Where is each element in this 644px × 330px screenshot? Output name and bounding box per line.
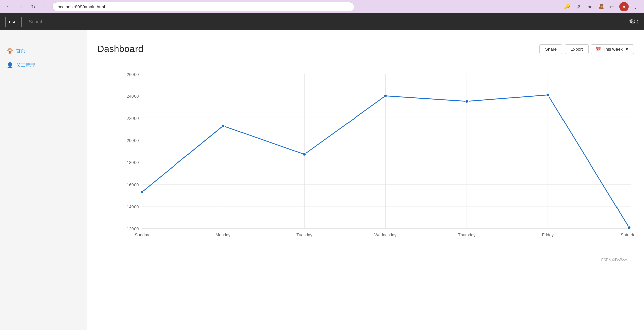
data-point-sunday <box>140 190 144 194</box>
extension-icon[interactable]: 🧸 <box>596 2 606 11</box>
data-point-thursday <box>465 100 468 103</box>
svg-text:14000: 14000 <box>127 205 139 209</box>
data-point-wednesday <box>384 94 387 98</box>
export-button[interactable]: Export <box>565 44 589 54</box>
top-navbar: user 退出 <box>0 13 644 30</box>
svg-text:26000: 26000 <box>127 72 139 77</box>
data-point-monday <box>221 124 225 128</box>
share-icon[interactable]: ⇗ <box>574 2 583 11</box>
key-icon[interactable]: 🔑 <box>562 2 572 11</box>
svg-text:12000: 12000 <box>127 227 139 232</box>
calendar-icon: 📅 <box>596 47 601 52</box>
x-label-thursday: Thursday <box>458 233 476 237</box>
week-label: This week <box>603 47 623 52</box>
data-point-tuesday <box>303 153 306 156</box>
svg-text:20000: 20000 <box>127 138 139 143</box>
sidebar-home-label: 首页 <box>16 48 25 54</box>
back-button[interactable]: ← <box>4 2 13 11</box>
x-label-friday: Friday <box>542 233 554 237</box>
page-title: Dashboard <box>97 44 143 54</box>
chart-container: 26000 24000 22000 20000 18000 16000 1400… <box>97 61 634 256</box>
this-week-button[interactable]: 📅 This week ▼ <box>591 44 634 54</box>
address-bar[interactable]: localhost:8080/main.html <box>52 2 354 11</box>
x-label-monday: Monday <box>216 233 231 237</box>
sidebar-item-home[interactable]: 🏠 首页 <box>0 44 87 58</box>
share-button[interactable]: Share <box>539 44 562 54</box>
x-label-sunday: Sunday <box>135 233 149 237</box>
svg-text:24000: 24000 <box>127 94 139 99</box>
browser-chrome: ← → ↻ ⌂ localhost:8080/main.html 🔑 ⇗ ★ 🧸… <box>0 0 644 13</box>
forward-button[interactable]: → <box>16 2 25 11</box>
x-label-saturday: Saturday <box>621 233 634 237</box>
footer-text: CSDN ©BoBoot <box>601 258 627 262</box>
svg-text:18000: 18000 <box>127 160 139 165</box>
x-label-wednesday: Wednesday <box>374 233 397 237</box>
url-text: localhost:8080/main.html <box>57 4 105 9</box>
dropdown-arrow-icon: ▼ <box>625 47 629 52</box>
line-chart: 26000 24000 22000 20000 18000 16000 1400… <box>121 68 634 239</box>
sidebar: 🏠 首页 👤 员工管理 <box>0 13 87 330</box>
sidebar-toggle-icon[interactable]: ▭ <box>608 2 617 11</box>
header-actions: Share Export 📅 This week ▼ <box>539 44 634 54</box>
sidebar-employee-label: 员工管理 <box>16 62 35 68</box>
data-point-friday <box>546 93 550 97</box>
search-input[interactable] <box>29 17 623 27</box>
x-label-tuesday: Tuesday <box>296 233 312 237</box>
footer: CSDN ©BoBoot <box>97 256 634 264</box>
menu-icon[interactable]: ⋮ <box>631 2 640 11</box>
person-icon: 👤 <box>7 62 13 68</box>
bookmark-icon[interactable]: ★ <box>585 2 594 11</box>
sidebar-item-employee[interactable]: 👤 员工管理 <box>0 58 87 73</box>
main-content: Dashboard Share Export 📅 This week ▼ <box>87 13 644 330</box>
app-container: 🏠 首页 👤 员工管理 Dashboard Share Export 📅 Thi… <box>0 13 644 330</box>
home-icon: 🏠 <box>7 48 13 54</box>
user-label[interactable]: user <box>5 17 22 27</box>
page-header: Dashboard Share Export 📅 This week ▼ <box>97 44 634 54</box>
data-point-saturday <box>628 226 631 229</box>
reload-button[interactable]: ↻ <box>28 2 38 11</box>
profile-avatar[interactable]: ● <box>619 2 629 11</box>
browser-toolbar: 🔑 ⇗ ★ 🧸 ▭ ● ⋮ <box>562 2 640 11</box>
svg-text:16000: 16000 <box>127 183 139 187</box>
logout-button[interactable]: 退出 <box>629 19 639 25</box>
svg-text:22000: 22000 <box>127 116 139 121</box>
home-button[interactable]: ⌂ <box>40 2 50 11</box>
